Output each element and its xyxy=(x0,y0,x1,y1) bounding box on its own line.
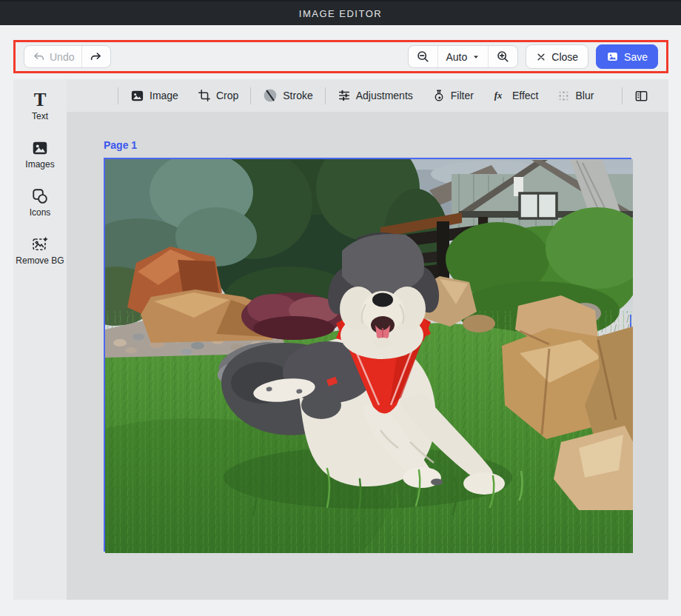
zoom-in-button[interactable] xyxy=(488,46,517,67)
undo-button[interactable]: Undo xyxy=(24,46,81,67)
icons-shapes-icon xyxy=(31,187,49,205)
close-button[interactable]: Close xyxy=(526,44,588,69)
save-label: Save xyxy=(624,51,648,63)
history-button-group: Undo xyxy=(24,45,111,68)
sidebar-item-remove-bg[interactable]: Remove BG xyxy=(16,235,64,267)
images-icon xyxy=(31,139,49,157)
app-header: IMAGE EDITOR xyxy=(0,0,681,25)
undo-label: Undo xyxy=(50,51,74,63)
sidebar-item-images[interactable]: Images xyxy=(16,139,64,170)
tool-label: Blur xyxy=(575,90,594,101)
zoom-out-button[interactable] xyxy=(409,46,437,67)
editor-shell: T Text Images Icons xyxy=(13,79,668,600)
left-side-panel: T Text Images Icons xyxy=(13,79,67,600)
divider xyxy=(118,87,118,104)
close-icon xyxy=(536,52,546,62)
object-tools-row: Image Crop Stroke xyxy=(67,79,668,112)
tool-crop[interactable]: Crop xyxy=(188,89,248,102)
tool-label: Stroke xyxy=(283,90,312,101)
redo-button[interactable] xyxy=(81,46,110,67)
selected-photo-dog[interactable] xyxy=(104,158,631,552)
top-toolbar-highlight: Undo Auto xyxy=(13,40,668,73)
effect-fx-icon: fx xyxy=(493,89,507,102)
image-tool-icon xyxy=(130,89,144,103)
panel-toggle-button[interactable] xyxy=(625,89,658,103)
sidebar-item-label: Text xyxy=(32,111,48,122)
tool-label: Adjustments xyxy=(356,90,413,101)
page-label[interactable]: Page 1 xyxy=(104,139,137,151)
tool-stroke[interactable]: Stroke xyxy=(253,88,322,103)
text-tool-icon: T xyxy=(34,91,47,109)
tool-image[interactable]: Image xyxy=(121,89,188,103)
redo-icon xyxy=(90,50,103,64)
dog-photo-illustration xyxy=(105,159,633,553)
tool-label: Filter xyxy=(451,90,474,101)
burgundy-bush xyxy=(241,292,342,340)
tool-adjustments[interactable]: Adjustments xyxy=(328,89,423,102)
sidebar-item-icons[interactable]: Icons xyxy=(16,187,64,218)
filter-flask-icon xyxy=(432,89,446,102)
divider xyxy=(325,87,326,104)
main-area: Image Crop Stroke xyxy=(67,79,668,600)
divider xyxy=(250,87,251,104)
close-label: Close xyxy=(551,51,578,63)
divider xyxy=(622,87,623,104)
undo-icon xyxy=(32,50,45,64)
zoom-in-icon xyxy=(496,50,510,64)
svg-text:fx: fx xyxy=(494,90,503,101)
tool-blur[interactable]: Blur xyxy=(548,90,603,102)
tool-filter[interactable]: Filter xyxy=(423,89,483,102)
dog-paw-right xyxy=(463,472,505,495)
tool-label: Crop xyxy=(216,90,238,101)
tool-effect[interactable]: fx Effect xyxy=(483,89,549,102)
tool-label: Image xyxy=(150,90,178,101)
dog-paw-spot xyxy=(431,479,443,486)
zoom-level-dropdown[interactable]: Auto xyxy=(437,46,488,67)
zoom-control-group: Auto xyxy=(408,45,518,68)
panel-layout-icon xyxy=(634,89,648,103)
sidebar-item-label: Images xyxy=(25,159,54,170)
no-stroke-icon xyxy=(263,88,278,103)
adjustments-sliders-icon xyxy=(338,89,351,102)
canvas-area[interactable]: Page 1 xyxy=(67,112,668,600)
zoom-out-icon xyxy=(416,50,430,64)
app-title: IMAGE EDITOR xyxy=(299,8,382,19)
remove-bg-icon xyxy=(31,235,49,253)
save-image-icon xyxy=(606,50,619,63)
sidebar-item-label: Remove BG xyxy=(16,255,64,267)
sidebar-item-label: Icons xyxy=(30,207,51,218)
sidebar-item-text[interactable]: T Text xyxy=(16,91,64,122)
blur-dots-icon xyxy=(557,90,570,102)
zoom-level-value: Auto xyxy=(446,51,467,63)
chevron-down-icon xyxy=(472,53,480,61)
tool-label: Effect xyxy=(512,90,539,101)
crop-icon xyxy=(198,89,211,102)
save-button[interactable]: Save xyxy=(596,44,658,69)
